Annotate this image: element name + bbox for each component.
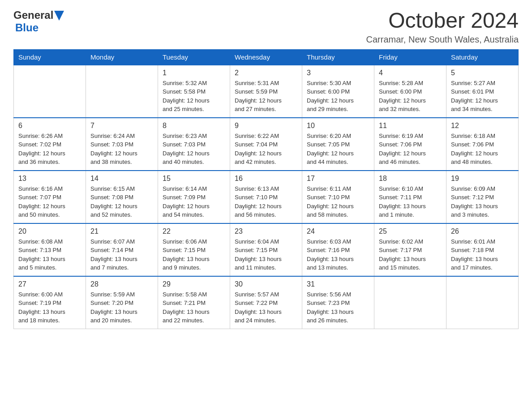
- day-info: Sunrise: 6:04 AMSunset: 7:15 PMDaylight:…: [235, 237, 297, 272]
- table-row: 14Sunrise: 6:15 AMSunset: 7:08 PMDayligh…: [86, 171, 158, 223]
- day-number: 30: [235, 280, 297, 288]
- day-info: Sunrise: 6:06 AMSunset: 7:15 PMDaylight:…: [163, 237, 225, 272]
- logo-blue-text: Blue: [15, 21, 39, 34]
- day-number: 1: [163, 69, 225, 77]
- day-info: Sunrise: 6:00 AMSunset: 7:19 PMDaylight:…: [18, 290, 81, 325]
- calendar-week-2: 6Sunrise: 6:26 AMSunset: 7:02 PMDaylight…: [14, 118, 519, 171]
- table-row: 10Sunrise: 6:20 AMSunset: 7:05 PMDayligh…: [302, 118, 374, 171]
- table-row: 2Sunrise: 5:31 AMSunset: 5:59 PMDaylight…: [230, 65, 302, 118]
- day-number: 31: [307, 280, 369, 288]
- day-number: 7: [90, 122, 153, 130]
- table-row: 21Sunrise: 6:07 AMSunset: 7:14 PMDayligh…: [86, 223, 158, 276]
- day-info: Sunrise: 6:24 AMSunset: 7:03 PMDaylight:…: [90, 132, 153, 167]
- day-number: 25: [379, 227, 442, 235]
- day-info: Sunrise: 6:01 AMSunset: 7:18 PMDaylight:…: [451, 237, 514, 272]
- logo: General Blue: [13, 9, 64, 34]
- table-row: 22Sunrise: 6:06 AMSunset: 7:15 PMDayligh…: [158, 223, 230, 276]
- day-number: 21: [90, 227, 153, 235]
- table-row: 24Sunrise: 6:03 AMSunset: 7:16 PMDayligh…: [302, 223, 374, 276]
- table-row: 23Sunrise: 6:04 AMSunset: 7:15 PMDayligh…: [230, 223, 302, 276]
- day-number: 11: [379, 122, 442, 130]
- calendar-table: SundayMondayTuesdayWednesdayThursdayFrid…: [13, 49, 519, 329]
- day-info: Sunrise: 6:02 AMSunset: 7:17 PMDaylight:…: [379, 237, 442, 272]
- table-row: 31Sunrise: 5:56 AMSunset: 7:23 PMDayligh…: [302, 276, 374, 329]
- table-row: 4Sunrise: 5:28 AMSunset: 6:00 PMDaylight…: [374, 65, 446, 118]
- header-tuesday: Tuesday: [158, 49, 230, 65]
- day-info: Sunrise: 5:28 AMSunset: 6:00 PMDaylight:…: [379, 79, 442, 114]
- day-number: 13: [18, 175, 81, 183]
- day-number: 14: [90, 175, 153, 183]
- day-number: 15: [163, 175, 225, 183]
- day-number: 19: [451, 175, 514, 183]
- day-info: Sunrise: 6:18 AMSunset: 7:06 PMDaylight:…: [451, 132, 514, 167]
- table-row: 16Sunrise: 6:13 AMSunset: 7:10 PMDayligh…: [230, 171, 302, 223]
- day-info: Sunrise: 5:57 AMSunset: 7:22 PMDaylight:…: [235, 290, 297, 325]
- day-number: 29: [163, 280, 225, 288]
- table-row: 5Sunrise: 5:27 AMSunset: 6:01 PMDaylight…: [446, 65, 519, 118]
- day-number: 28: [90, 280, 153, 288]
- header-friday: Friday: [374, 49, 446, 65]
- day-info: Sunrise: 6:26 AMSunset: 7:02 PMDaylight:…: [18, 132, 81, 167]
- calendar-week-3: 13Sunrise: 6:16 AMSunset: 7:07 PMDayligh…: [14, 171, 519, 223]
- month-title: October 2024: [366, 9, 519, 33]
- day-info: Sunrise: 6:13 AMSunset: 7:10 PMDaylight:…: [235, 184, 297, 219]
- day-info: Sunrise: 6:19 AMSunset: 7:06 PMDaylight:…: [379, 132, 442, 167]
- header-saturday: Saturday: [446, 49, 519, 65]
- day-info: Sunrise: 5:59 AMSunset: 7:20 PMDaylight:…: [90, 290, 153, 325]
- table-row: 13Sunrise: 6:16 AMSunset: 7:07 PMDayligh…: [14, 171, 86, 223]
- calendar-week-4: 20Sunrise: 6:08 AMSunset: 7:13 PMDayligh…: [14, 223, 519, 276]
- day-info: Sunrise: 6:15 AMSunset: 7:08 PMDaylight:…: [90, 184, 153, 219]
- table-row: [86, 65, 158, 118]
- day-info: Sunrise: 5:56 AMSunset: 7:23 PMDaylight:…: [307, 290, 369, 325]
- day-number: 5: [451, 69, 514, 77]
- table-row: 1Sunrise: 5:32 AMSunset: 5:58 PMDaylight…: [158, 65, 230, 118]
- table-row: [446, 276, 519, 329]
- svg-marker-0: [54, 11, 64, 21]
- location-subtitle: Carramar, New South Wales, Australia: [366, 34, 519, 45]
- day-number: 2: [235, 69, 297, 77]
- table-row: 6Sunrise: 6:26 AMSunset: 7:02 PMDaylight…: [14, 118, 86, 171]
- day-number: 3: [307, 69, 369, 77]
- day-info: Sunrise: 6:23 AMSunset: 7:03 PMDaylight:…: [163, 132, 225, 167]
- day-info: Sunrise: 5:31 AMSunset: 5:59 PMDaylight:…: [235, 79, 297, 114]
- title-section: October 2024 Carramar, New South Wales, …: [366, 9, 519, 45]
- day-number: 18: [379, 175, 442, 183]
- table-row: 30Sunrise: 5:57 AMSunset: 7:22 PMDayligh…: [230, 276, 302, 329]
- day-number: 27: [18, 280, 81, 288]
- table-row: 25Sunrise: 6:02 AMSunset: 7:17 PMDayligh…: [374, 223, 446, 276]
- calendar-week-5: 27Sunrise: 6:00 AMSunset: 7:19 PMDayligh…: [14, 276, 519, 329]
- day-number: 10: [307, 122, 369, 130]
- day-number: 23: [235, 227, 297, 235]
- table-row: [374, 276, 446, 329]
- day-number: 6: [18, 122, 81, 130]
- day-info: Sunrise: 6:10 AMSunset: 7:11 PMDaylight:…: [379, 184, 442, 219]
- page-header: General Blue October 2024 Carramar, New …: [13, 9, 519, 45]
- day-info: Sunrise: 6:22 AMSunset: 7:04 PMDaylight:…: [235, 132, 297, 167]
- day-info: Sunrise: 5:30 AMSunset: 6:00 PMDaylight:…: [307, 79, 369, 114]
- header-thursday: Thursday: [302, 49, 374, 65]
- table-row: 15Sunrise: 6:14 AMSunset: 7:09 PMDayligh…: [158, 171, 230, 223]
- header-wednesday: Wednesday: [230, 49, 302, 65]
- day-number: 9: [235, 122, 297, 130]
- logo-triangle-icon: [54, 11, 64, 21]
- table-row: 19Sunrise: 6:09 AMSunset: 7:12 PMDayligh…: [446, 171, 519, 223]
- table-row: 7Sunrise: 6:24 AMSunset: 7:03 PMDaylight…: [86, 118, 158, 171]
- calendar-header-row: SundayMondayTuesdayWednesdayThursdayFrid…: [14, 49, 519, 65]
- day-number: 24: [307, 227, 369, 235]
- day-info: Sunrise: 5:27 AMSunset: 6:01 PMDaylight:…: [451, 79, 514, 114]
- table-row: 26Sunrise: 6:01 AMSunset: 7:18 PMDayligh…: [446, 223, 519, 276]
- day-info: Sunrise: 6:16 AMSunset: 7:07 PMDaylight:…: [18, 184, 81, 219]
- table-row: 17Sunrise: 6:11 AMSunset: 7:10 PMDayligh…: [302, 171, 374, 223]
- day-info: Sunrise: 5:58 AMSunset: 7:21 PMDaylight:…: [163, 290, 225, 325]
- table-row: 20Sunrise: 6:08 AMSunset: 7:13 PMDayligh…: [14, 223, 86, 276]
- day-info: Sunrise: 6:09 AMSunset: 7:12 PMDaylight:…: [451, 184, 514, 219]
- day-info: Sunrise: 5:32 AMSunset: 5:58 PMDaylight:…: [163, 79, 225, 114]
- table-row: 9Sunrise: 6:22 AMSunset: 7:04 PMDaylight…: [230, 118, 302, 171]
- table-row: 29Sunrise: 5:58 AMSunset: 7:21 PMDayligh…: [158, 276, 230, 329]
- table-row: 27Sunrise: 6:00 AMSunset: 7:19 PMDayligh…: [14, 276, 86, 329]
- day-info: Sunrise: 6:03 AMSunset: 7:16 PMDaylight:…: [307, 237, 369, 272]
- day-info: Sunrise: 6:08 AMSunset: 7:13 PMDaylight:…: [18, 237, 81, 272]
- table-row: 8Sunrise: 6:23 AMSunset: 7:03 PMDaylight…: [158, 118, 230, 171]
- day-info: Sunrise: 6:07 AMSunset: 7:14 PMDaylight:…: [90, 237, 153, 272]
- day-info: Sunrise: 6:20 AMSunset: 7:05 PMDaylight:…: [307, 132, 369, 167]
